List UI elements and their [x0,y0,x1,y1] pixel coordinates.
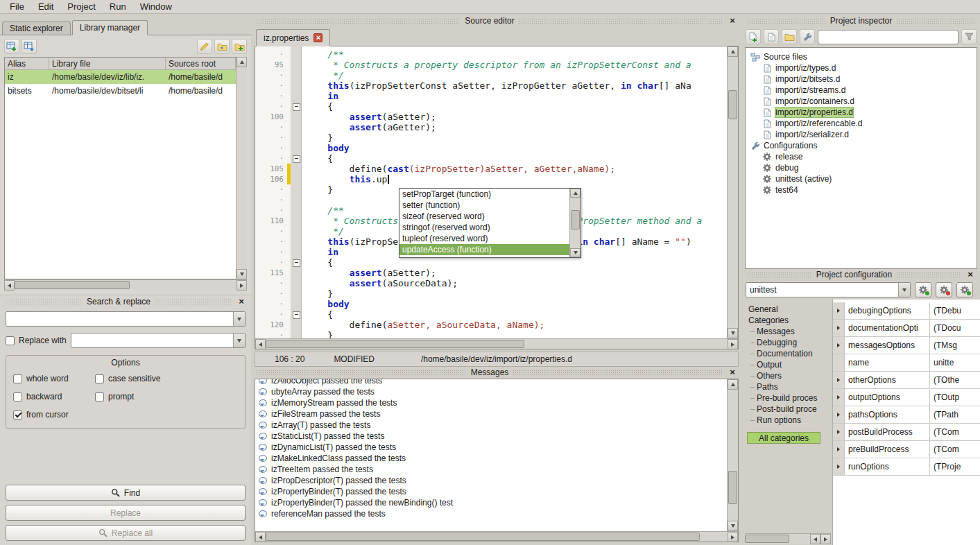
editor-line[interactable]: · body [255,299,727,309]
scroll-thumb[interactable] [745,535,789,543]
add-library-folder-button[interactable] [232,39,247,54]
message-item[interactable]: izPropertyBinder(T) passed the tests [255,486,727,497]
replace-all-button[interactable]: Replace all [6,525,246,541]
message-item[interactable]: izMemoryStream passed the tests [255,397,727,408]
editor-line[interactable]: · in [255,91,727,101]
scroll-thumb[interactable] [266,340,524,348]
editor-line[interactable]: 100 assert(aSetter); [255,112,727,122]
tree-item-import-iz-properties-d[interactable]: import/iz/properties.d [746,107,977,118]
category-output[interactable]: Output [745,359,832,370]
editor-line[interactable]: · */ [255,70,727,80]
column-header-sources-root[interactable]: Sources root [166,58,236,69]
checkbox-backward[interactable] [13,392,22,401]
config-property-row[interactable]: preBuildProcess(TCom [833,441,980,458]
checkbox-case-sensitive[interactable] [95,374,104,383]
open-library-button[interactable] [214,39,230,54]
dock-grip[interactable] [896,272,961,277]
category-others[interactable]: Others [745,370,832,381]
search-panel-close-button[interactable]: × [237,297,246,306]
scroll-track[interactable] [728,390,738,521]
expand-arrow-icon[interactable] [833,406,845,423]
expand-arrow-icon[interactable] [833,337,845,354]
editor-vscrollbar[interactable] [727,46,738,338]
library-vscrollbar[interactable] [236,57,247,279]
editor-line[interactable]: · } [255,330,727,338]
editor-hscrollbar[interactable] [255,338,738,349]
scroll-track[interactable] [728,57,738,328]
tree-item-import-iz-referencable-d[interactable]: import/iz/referencable.d [746,118,977,129]
message-item[interactable]: izAllocObject passed the tests [255,379,727,386]
tree-item-import-iz-containers-d[interactable]: import/iz/containers.d [746,96,977,107]
scroll-up-button[interactable] [570,189,581,198]
config-property-row[interactable]: nameunitte [833,354,980,372]
editor-line[interactable]: · body [255,143,727,153]
checkbox-whole-word[interactable] [13,374,22,383]
category-post-build-proce[interactable]: Post-build proce [745,404,832,415]
editor-line[interactable]: 106 this.up [255,174,727,184]
scroll-down-button[interactable] [728,521,738,531]
tree-item-import-iz-serializer-d[interactable]: import/iz/serializer.d [746,129,977,140]
checkbox-from-cursor[interactable] [13,410,22,419]
category-documentation[interactable]: Documentation [745,348,832,359]
sync-config-button[interactable] [956,282,973,297]
scroll-down-button[interactable] [237,269,247,279]
scroll-left-button[interactable] [4,280,15,291]
search-term-combobox[interactable] [6,311,246,327]
scroll-right-button[interactable] [237,280,247,291]
source-file-button[interactable] [764,29,779,44]
editor-line[interactable]: 105 define(cast(izPropSetter)aSetter, aG… [255,164,727,174]
scroll-left-button[interactable] [810,534,820,544]
dock-grip[interactable] [5,299,83,304]
completion-scrollbar[interactable] [569,189,581,257]
message-item[interactable]: izTreeItem passed the tests [255,464,727,475]
library-hscrollbar[interactable] [4,279,247,290]
tab-iz-properties[interactable]: iz.properties × [256,29,330,46]
menu-file[interactable]: File [3,0,31,13]
library-row[interactable]: iz/home/basile/dev/iz/lib/iz./home/basil… [5,70,236,84]
editor-line[interactable]: 95 * Constructs a property descriptor fr… [255,60,727,70]
editor-line[interactable]: · { [255,309,727,320]
tree-item-debug[interactable]: debug [746,162,977,173]
expand-arrow-icon[interactable] [833,441,845,458]
tab-close-icon[interactable]: × [313,33,323,42]
filter-button[interactable] [961,29,977,44]
scroll-down-button[interactable] [570,248,581,257]
add-library-button[interactable] [4,39,19,54]
chevron-down-icon[interactable] [898,283,910,297]
messages-hscrollbar[interactable] [255,531,738,542]
dock-grip[interactable] [513,370,723,375]
editor-line[interactable]: · this(izPropSetterConst aSetter, izProp… [255,80,727,91]
replace-button[interactable]: Replace [6,505,246,521]
message-item[interactable]: izStaticList(T) passed the tests [255,431,727,442]
editor-line[interactable]: · assert(aGetter); [255,122,727,132]
column-header-alias[interactable]: Alias [5,58,49,69]
edit-library-button[interactable] [197,39,212,54]
scroll-thumb[interactable] [571,210,580,230]
config-property-row[interactable]: runOptions(TProje [833,458,980,476]
tab-library-manager[interactable]: Library manager [72,20,148,35]
completion-item[interactable]: tupleof (reserved word) [399,233,569,244]
replace-with-checkbox[interactable] [6,336,15,345]
scroll-track[interactable] [570,198,581,248]
message-item[interactable]: izFileStream passed the tests [255,408,727,419]
message-item[interactable]: ubyteArray passed the tests [255,386,727,397]
scroll-thumb[interactable] [15,281,130,289]
scroll-thumb[interactable] [728,471,737,504]
editor-line[interactable]: · } [255,288,727,299]
all-categories-button[interactable]: All categories [747,432,820,444]
option-backward[interactable]: backward [13,392,95,401]
scroll-up-button[interactable] [237,57,247,67]
editor-line[interactable]: 115 assert(aSetter); [255,268,727,278]
scroll-thumb[interactable] [728,90,737,119]
library-row[interactable]: bitsets/home/basile/dev/bitset/li/home/b… [5,84,236,98]
message-item[interactable]: izPropertyBinder(T) passed the newBindin… [255,497,727,508]
scroll-right-button[interactable] [728,532,738,542]
message-item[interactable]: izMakeLinkedClass passed the tests [255,453,727,464]
editor-line[interactable]: · { [255,257,727,268]
menu-window[interactable]: Window [133,0,179,13]
category-categories[interactable]: Categories [745,315,832,326]
scroll-left-button[interactable] [255,339,266,349]
dock-grip[interactable] [256,370,467,375]
dock-grip[interactable] [155,299,232,304]
option-prompt[interactable]: prompt [95,392,238,401]
